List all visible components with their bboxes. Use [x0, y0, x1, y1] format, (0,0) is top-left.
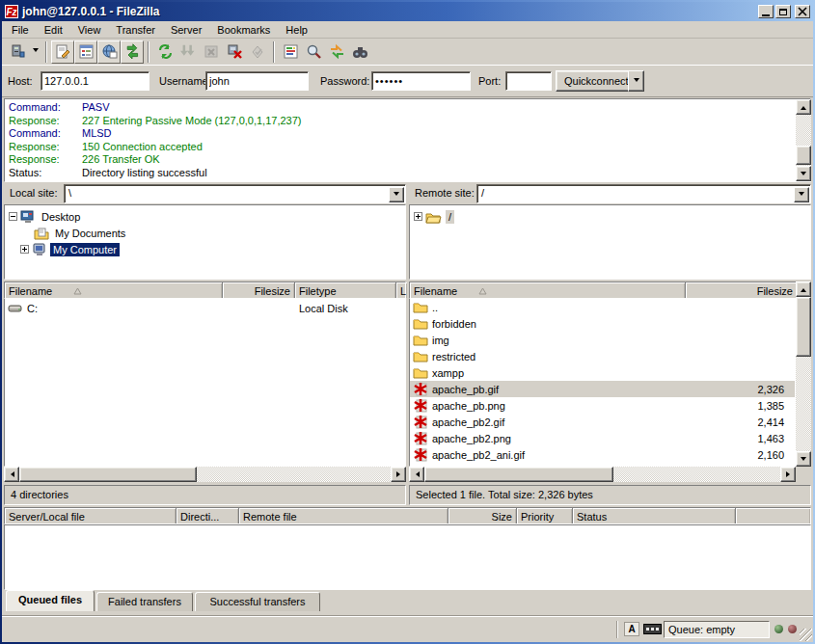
- scroll-left-button[interactable]: [4, 467, 19, 482]
- column-header-filesize[interactable]: Filesize: [223, 282, 295, 298]
- scroll-up-button[interactable]: [796, 282, 811, 297]
- scroll-down-button[interactable]: [796, 451, 811, 467]
- tab-successful-transfers[interactable]: Successful transfers: [195, 592, 320, 611]
- tree-item-root[interactable]: /: [414, 208, 454, 225]
- close-button[interactable]: [795, 5, 810, 18]
- column-header-priority[interactable]: Priority: [517, 508, 573, 523]
- tree-item-my-documents[interactable]: My Documents: [34, 225, 128, 241]
- synchronized-browsing-button[interactable]: [325, 40, 348, 64]
- column-header-filename[interactable]: Filename: [5, 282, 223, 298]
- file-row[interactable]: apache_pb2_ani.gif 2,160: [410, 446, 795, 463]
- toggle-local-tree-button[interactable]: [74, 40, 97, 64]
- port-input[interactable]: [505, 71, 552, 91]
- file-name: img: [432, 335, 449, 346]
- toggle-transfer-queue-button[interactable]: [121, 40, 144, 64]
- menu-bookmarks[interactable]: Bookmarks: [209, 22, 278, 38]
- process-queue-button[interactable]: [177, 40, 200, 64]
- quickconnect-dropdown-button[interactable]: [628, 70, 644, 92]
- toggle-remote-tree-button[interactable]: [97, 40, 121, 64]
- scroll-thumb[interactable]: [796, 146, 811, 165]
- directory-comparison-button[interactable]: [302, 40, 325, 64]
- column-header-direction[interactable]: Directi...: [177, 508, 239, 523]
- scroll-thumb[interactable]: [19, 467, 197, 482]
- tab-failed-transfers[interactable]: Failed transfers: [96, 592, 193, 611]
- column-header-last-modified[interactable]: L: [396, 282, 407, 298]
- chevron-down-icon: [394, 192, 399, 199]
- maximize-button[interactable]: [775, 5, 791, 18]
- remote-file-list[interactable]: .. forbidden img restricted xampp apache…: [409, 299, 796, 467]
- expand-icon[interactable]: [414, 212, 422, 221]
- column-header-filesize[interactable]: Filesize: [686, 282, 797, 298]
- toggle-message-log-button[interactable]: [51, 40, 74, 64]
- expand-icon[interactable]: [20, 245, 29, 254]
- local-tree[interactable]: Desktop My Documents My Computer: [4, 204, 406, 280]
- scroll-up-button[interactable]: [796, 99, 811, 115]
- resize-grip[interactable]: [800, 629, 812, 641]
- scroll-thumb[interactable]: [424, 467, 613, 482]
- menu-server[interactable]: Server: [163, 22, 209, 38]
- scroll-right-button[interactable]: [391, 467, 406, 482]
- menu-file[interactable]: File: [4, 22, 37, 38]
- transfer-type-icon[interactable]: A: [624, 622, 639, 636]
- column-header-remote-file[interactable]: Remote file: [239, 508, 448, 523]
- remote-tree[interactable]: /: [409, 204, 811, 280]
- menu-view[interactable]: View: [70, 22, 109, 38]
- queue-list[interactable]: [4, 524, 811, 590]
- file-row[interactable]: img: [410, 332, 795, 348]
- speed-limit-icon[interactable]: [643, 624, 662, 634]
- column-header-server-local-file[interactable]: Server/Local file: [5, 508, 177, 523]
- file-row[interactable]: restricted: [410, 348, 795, 364]
- local-path-dropdown-button[interactable]: [389, 187, 404, 202]
- process-queue-icon: [180, 43, 197, 60]
- menu-help[interactable]: Help: [278, 22, 315, 38]
- site-manager-button[interactable]: [6, 40, 29, 64]
- file-row[interactable]: forbidden: [410, 315, 795, 332]
- minimize-button[interactable]: [758, 5, 774, 18]
- scroll-left-button[interactable]: [409, 467, 424, 482]
- file-row[interactable]: ..: [410, 299, 795, 315]
- quickconnect-button[interactable]: Quickconnect: [556, 70, 638, 92]
- column-label: L: [400, 285, 406, 297]
- tree-item-my-computer[interactable]: My Computer: [20, 241, 120, 257]
- remote-path-dropdown-button[interactable]: [794, 187, 809, 202]
- site-manager-dropdown-button[interactable]: [29, 40, 41, 64]
- column-header-filename[interactable]: Filename: [410, 282, 686, 298]
- file-row[interactable]: xampp: [410, 364, 795, 381]
- remote-horizontal-scrollbar[interactable]: [409, 467, 796, 482]
- column-header-status[interactable]: Status: [573, 508, 736, 523]
- password-input[interactable]: [371, 71, 471, 91]
- cancel-operation-button[interactable]: [200, 40, 223, 64]
- file-row[interactable]: apache_pb.png 1,385: [410, 397, 795, 414]
- file-row-c-drive[interactable]: C: Local Disk: [5, 300, 405, 316]
- quickconnect-button-label: Quickconnect: [564, 75, 629, 87]
- log-scrollbar[interactable]: [796, 99, 811, 181]
- file-name: xampp: [432, 367, 464, 379]
- remote-path-combobox[interactable]: /: [476, 184, 811, 203]
- find-files-button[interactable]: [348, 40, 371, 64]
- local-path-combobox[interactable]: \: [64, 184, 406, 203]
- directory-listing-filters-button[interactable]: [279, 40, 302, 64]
- collapse-icon[interactable]: [9, 212, 17, 221]
- remote-vertical-scrollbar[interactable]: [796, 282, 811, 467]
- menu-edit[interactable]: Edit: [37, 22, 70, 38]
- tree-item-desktop[interactable]: Desktop: [9, 208, 83, 225]
- scroll-down-button[interactable]: [796, 166, 811, 181]
- tab-queued-files[interactable]: Queued files: [6, 590, 95, 611]
- reconnect-button[interactable]: [246, 40, 269, 64]
- column-header-filetype[interactable]: Filetype: [295, 282, 396, 298]
- local-horizontal-scrollbar[interactable]: [4, 467, 406, 482]
- menu-transfer[interactable]: Transfer: [108, 22, 163, 38]
- scroll-right-button[interactable]: [780, 467, 796, 482]
- file-row[interactable]: apache_pb2.gif 2,414: [410, 414, 795, 430]
- file-row-selected[interactable]: apache_pb.gif 2,326: [410, 381, 795, 397]
- refresh-button[interactable]: [153, 40, 177, 64]
- file-row[interactable]: apache_pb2.png 1,463: [410, 430, 795, 446]
- host-input[interactable]: [41, 71, 149, 91]
- local-file-list[interactable]: C: Local Disk: [4, 299, 406, 467]
- username-input[interactable]: [205, 71, 309, 91]
- disconnect-button[interactable]: [223, 40, 246, 64]
- titlebar[interactable]: Fz john@127.0.0.1 - FileZilla: [2, 2, 813, 21]
- column-header-size[interactable]: Size: [448, 508, 517, 523]
- message-log[interactable]: Command:PASV Response:227 Entering Passi…: [4, 98, 811, 182]
- scroll-thumb[interactable]: [796, 297, 811, 357]
